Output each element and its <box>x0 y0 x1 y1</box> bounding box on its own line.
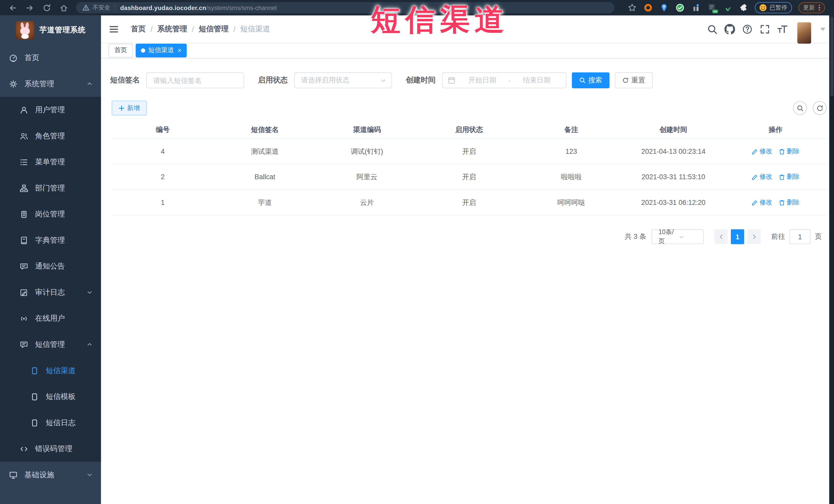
extension-check-icon[interactable] <box>676 3 685 12</box>
breadcrumb-sms[interactable]: 短信管理 <box>199 24 229 34</box>
date-separator: - <box>506 76 513 84</box>
insecure-warning-icon[interactable] <box>82 4 89 11</box>
forward-icon[interactable] <box>25 3 34 12</box>
sidebar-item-posts[interactable]: 岗位管理 <box>0 201 101 227</box>
sidebar-item-roles[interactable]: 角色管理 <box>0 123 101 149</box>
sidebar-item-online-users[interactable]: 在线用户 <box>0 305 101 331</box>
sidebar-item-notices[interactable]: 通知公告 <box>0 253 101 279</box>
font-size-icon[interactable] <box>777 24 788 34</box>
goto-page-input[interactable] <box>789 229 811 244</box>
sidebar-item-home[interactable]: 首页 <box>0 45 101 71</box>
system-submenu: 用户管理 角色管理 菜单管理 部门管理 <box>0 97 101 462</box>
sign-input[interactable] <box>146 72 244 88</box>
page-content: 短信签名 启用状态 请选择启用状态 创建时间 开始日期 - 结束日期 <box>101 59 834 504</box>
prev-page-button[interactable] <box>715 229 728 244</box>
home-icon[interactable] <box>60 3 68 12</box>
menu-list-icon <box>20 158 28 166</box>
hamburger-icon[interactable] <box>109 24 118 34</box>
table-header-row: 编号 短信签名 渠道编码 启用状态 备注 创建时间 操作 <box>112 121 827 139</box>
url-host: dashboard.yudao.iocoder.cn <box>120 5 206 11</box>
edit-button[interactable]: 修改 <box>752 147 772 156</box>
online-signal-icon <box>20 314 28 323</box>
extension-sprout-icon[interactable] <box>723 3 732 12</box>
date-range-picker[interactable]: 开始日期 - 结束日期 <box>442 72 567 88</box>
back-icon[interactable] <box>8 3 17 12</box>
reset-button[interactable]: 重置 <box>615 72 653 88</box>
tag-home[interactable]: 首页 <box>109 43 133 57</box>
refresh-button[interactable] <box>813 101 827 115</box>
status-select[interactable]: 请选择启用状态 <box>294 72 392 88</box>
fullscreen-icon[interactable] <box>760 24 770 34</box>
help-icon[interactable] <box>742 24 753 34</box>
add-button[interactable]: 新增 <box>112 101 147 115</box>
cell-created: 2021-04-13 00:23:14 <box>622 147 724 155</box>
page-size-select[interactable]: 10条/页 <box>652 229 704 244</box>
document-icon <box>30 418 39 427</box>
sidebar-item-system[interactable]: 系统管理 <box>0 71 101 97</box>
security-label[interactable]: 不安全 <box>93 4 110 12</box>
extension-donut-icon[interactable] <box>643 3 653 12</box>
delete-button[interactable]: 删除 <box>779 172 799 181</box>
sidebar-item-menus[interactable]: 菜单管理 <box>0 149 101 175</box>
document-icon <box>30 392 39 401</box>
edit-button[interactable]: 修改 <box>752 198 772 207</box>
bookmark-star-icon[interactable] <box>628 3 637 12</box>
breadcrumb-separator: / <box>192 25 194 33</box>
delete-button[interactable]: 删除 <box>779 198 799 207</box>
col-actions: 操作 <box>724 125 827 134</box>
extension-onetab-icon[interactable]: on <box>707 3 717 12</box>
sidebar-item-sms-template[interactable]: 短信模板 <box>0 384 101 410</box>
extension-columns-icon[interactable] <box>692 3 701 12</box>
sidebar-item-users[interactable]: 用户管理 <box>0 97 101 123</box>
badge-icon <box>20 210 28 218</box>
cell-id: 2 <box>112 173 214 181</box>
breadcrumb-system[interactable]: 系统管理 <box>157 24 187 34</box>
reload-icon[interactable] <box>43 3 51 12</box>
sidebar-item-label: 系统管理 <box>24 79 54 89</box>
extension-pin-icon[interactable] <box>659 3 668 12</box>
sidebar-item-label: 首页 <box>24 53 39 62</box>
browser-update-button[interactable]: 更新 <box>798 2 825 13</box>
close-icon[interactable]: × <box>178 47 181 53</box>
sidebar-item-sms-channel[interactable]: 短信渠道 <box>0 357 101 384</box>
browser-menu-icon[interactable] <box>818 3 820 13</box>
edit-button[interactable]: 修改 <box>752 172 772 181</box>
page-number-1[interactable]: 1 <box>731 229 744 244</box>
col-status: 启用状态 <box>418 125 520 134</box>
next-page-button[interactable] <box>747 229 761 244</box>
sidebar-item-sms[interactable]: 短信管理 <box>0 331 101 358</box>
search-icon[interactable] <box>707 24 718 34</box>
avatar-caret-icon[interactable] <box>820 27 826 30</box>
sidebar-item-infrastructure[interactable]: 基础设施 <box>0 462 101 488</box>
user-avatar[interactable] <box>797 22 811 43</box>
reset-button-label: 重置 <box>632 75 645 85</box>
sidebar-logo[interactable]: 芋道管理系统 <box>0 16 101 45</box>
breadcrumb: 首页 / 系统管理 / 短信管理 / 短信渠道 <box>131 24 270 34</box>
sidebar-item-dictionary[interactable]: 字典管理 <box>0 227 101 254</box>
sidebar-item-error-codes[interactable]: 错误码管理 <box>0 436 101 462</box>
sidebar-item-sms-log[interactable]: 短信日志 <box>0 410 101 436</box>
delete-button[interactable]: 删除 <box>779 147 799 156</box>
scrollbar-thumb[interactable] <box>830 17 833 96</box>
toggle-search-button[interactable] <box>793 101 807 115</box>
sms-channel-table: 编号 短信签名 渠道编码 启用状态 备注 创建时间 操作 4 测试渠道 调试(钉… <box>112 121 827 215</box>
profile-paused-badge[interactable]: 已暂停 <box>755 2 792 13</box>
delete-label: 删除 <box>787 147 799 156</box>
calendar-icon <box>448 76 455 84</box>
search-button[interactable]: 搜索 <box>572 72 610 88</box>
cell-created: 2021-03-31 11:53:10 <box>622 173 724 181</box>
sidebar-item-audit-log[interactable]: 审计日志 <box>0 279 101 306</box>
delete-label: 删除 <box>787 172 799 181</box>
tag-sms-channel[interactable]: 短信渠道 × <box>135 43 186 57</box>
page-scrollbar[interactable] <box>829 16 834 504</box>
users-group-icon <box>20 132 28 140</box>
extensions-puzzle-icon[interactable] <box>739 3 748 12</box>
sidebar-item-label: 菜单管理 <box>35 157 65 167</box>
cell-code: 调试(钉钉) <box>316 147 418 156</box>
breadcrumb-home[interactable]: 首页 <box>131 24 146 34</box>
sidebar-item-departments[interactable]: 部门管理 <box>0 175 101 201</box>
logo-rabbit-icon <box>16 21 34 39</box>
tag-bar: 首页 短信渠道 × <box>101 43 834 59</box>
address-bar[interactable]: 不安全 dashboard.yudao.iocoder.cn /system/s… <box>76 2 614 13</box>
github-icon[interactable] <box>724 24 735 34</box>
